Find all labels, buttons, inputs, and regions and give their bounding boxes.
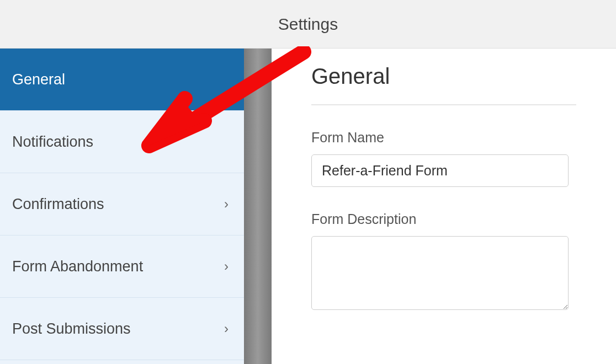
settings-header: Settings bbox=[0, 0, 616, 49]
sidebar-item-confirmations[interactable]: Confirmations › bbox=[0, 173, 244, 235]
form-name-input[interactable] bbox=[311, 154, 569, 187]
sidebar-item-notifications[interactable]: Notifications bbox=[0, 111, 244, 173]
sidebar-item-label: Confirmations bbox=[12, 196, 104, 213]
layout: General Notifications Confirmations › Fo… bbox=[0, 49, 616, 364]
sidebar-item-general[interactable]: General bbox=[0, 49, 244, 111]
chevron-right-icon: › bbox=[224, 321, 229, 336]
panel-gap bbox=[244, 49, 272, 364]
form-description-textarea[interactable] bbox=[311, 236, 569, 310]
main-panel: General Form Name Form Description bbox=[272, 49, 616, 364]
form-name-label: Form Name bbox=[311, 130, 576, 146]
page-title: Settings bbox=[278, 15, 338, 34]
sidebar-item-label: General bbox=[12, 71, 65, 88]
sidebar-item-form-abandonment[interactable]: Form Abandonment › bbox=[0, 235, 244, 298]
sidebar-item-label: Notifications bbox=[12, 133, 93, 151]
settings-sidebar: General Notifications Confirmations › Fo… bbox=[0, 49, 244, 364]
sidebar-item-label: Post Submissions bbox=[12, 320, 131, 338]
panel-title: General bbox=[311, 64, 576, 89]
chevron-right-icon: › bbox=[224, 196, 229, 212]
chevron-right-icon: › bbox=[224, 259, 229, 274]
divider bbox=[311, 104, 576, 105]
sidebar-item-label: Form Abandonment bbox=[12, 258, 143, 275]
form-description-label: Form Description bbox=[311, 211, 576, 227]
sidebar-item-post-submissions[interactable]: Post Submissions › bbox=[0, 298, 244, 360]
